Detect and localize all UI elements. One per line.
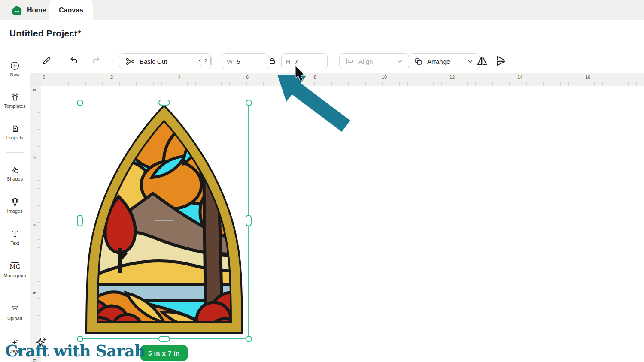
ruler-number: 8: [314, 75, 316, 80]
lock-aspect-button[interactable]: [267, 53, 277, 69]
selection-handle-bottom-right[interactable]: [246, 336, 252, 342]
selection-handle-middle-right[interactable]: [246, 215, 252, 226]
chevron-down-icon: [466, 57, 474, 65]
width-input[interactable]: [237, 58, 263, 65]
sidebar-item-text[interactable]: T Text: [0, 229, 30, 246]
sparkles-icon: [10, 337, 20, 347]
width-field-label: W: [227, 58, 233, 65]
top-bar: Home Canvas: [0, 0, 644, 20]
sidebar-item-label: Templates: [4, 103, 25, 109]
sidebar-item-label: Projects: [6, 135, 24, 140]
ruler-number: 6: [32, 290, 38, 296]
canvas-object-stained-glass-window[interactable]: [80, 103, 249, 339]
selection-handle-top-right[interactable]: [246, 100, 252, 106]
sidebar-divider: [6, 152, 24, 153]
height-field-label: H: [286, 58, 291, 65]
arrange-dropdown[interactable]: Arrange: [408, 53, 480, 69]
operation-type-label: Basic Cut: [140, 58, 193, 65]
redo-icon: [91, 56, 101, 66]
vertical-ruler-ticks: [37, 86, 40, 362]
flip-vertical-button[interactable]: [493, 53, 509, 69]
sidebar-item-label: Create: [8, 349, 22, 354]
ruler-number: 8: [32, 357, 38, 362]
width-field[interactable]: W: [222, 53, 268, 69]
size-badge: 5 in x 7 in: [140, 345, 188, 361]
project-card-icon: [10, 124, 20, 134]
tab-home[interactable]: Home: [6, 0, 51, 20]
edit-pencil-button[interactable]: [39, 53, 54, 69]
sidebar-item-projects[interactable]: Projects: [0, 124, 30, 140]
ruler-number: 14: [517, 75, 522, 80]
operation-type-dropdown[interactable]: Basic Cut: [119, 53, 212, 69]
ruler-number: 2: [32, 154, 38, 160]
ruler-number: 4: [32, 222, 38, 228]
toolbar-divider: [60, 55, 60, 67]
tab-canvas[interactable]: Canvas: [49, 0, 93, 20]
ruler-number: 10: [382, 75, 387, 80]
toolbar-divider: [111, 55, 111, 67]
selection-handle-bottom-middle[interactable]: [158, 336, 170, 342]
align-label: Align: [358, 58, 392, 65]
horizontal-ruler: 0 2 4 6 8 10 12 14 16: [41, 73, 644, 86]
pencil-icon: [41, 56, 52, 66]
size-badge-label: 5 in x 7 in: [148, 350, 180, 357]
align-dropdown[interactable]: Align: [339, 53, 410, 69]
horizontal-ruler-ticks: [41, 82, 644, 85]
vertical-ruler: 0 2 4 6 8: [30, 86, 41, 362]
svg-text:MG: MG: [9, 263, 21, 270]
flip-vertical-icon: [495, 55, 507, 67]
chevron-down-icon: [396, 57, 404, 65]
sidebar-item-label: New: [10, 72, 19, 77]
ruler-number: 0: [43, 75, 45, 80]
sidebar-item-create[interactable]: Create: [0, 337, 30, 354]
height-field[interactable]: H: [281, 53, 328, 69]
sidebar-divider: [6, 289, 24, 289]
selection-handle-top-middle[interactable]: [158, 100, 170, 106]
ruler-number: 2: [110, 75, 113, 80]
selection-handle-top-left[interactable]: [77, 100, 83, 106]
undo-icon: [69, 56, 79, 66]
flip-horizontal-button[interactable]: [474, 53, 490, 69]
ruler-number: 4: [178, 75, 181, 80]
sidebar-item-label: Monogram: [3, 273, 26, 278]
upload-icon: [10, 304, 20, 314]
toolbar-divider: [218, 55, 218, 67]
svg-text:T: T: [12, 229, 17, 238]
selection-handle-bottom-left[interactable]: [77, 336, 83, 342]
sidebar-item-monogram[interactable]: MG Monogram: [0, 260, 30, 278]
redo-button[interactable]: [88, 53, 103, 69]
page-title: Untitled Project*: [9, 28, 81, 39]
home-tab-label: Home: [27, 6, 46, 14]
ruler-number: 0: [32, 87, 38, 93]
height-input[interactable]: [295, 58, 321, 65]
monogram-icon: MG: [9, 260, 21, 272]
align-left-icon: [345, 57, 354, 66]
sidebar-item-upload[interactable]: Upload: [0, 304, 30, 321]
sidebar-item-shapes[interactable]: Shapes: [0, 165, 30, 181]
selection-handle-middle-left[interactable]: [77, 215, 83, 226]
stained-glass-artwork: [80, 103, 249, 339]
undo-button[interactable]: [67, 53, 82, 69]
scissors-icon: [125, 57, 135, 66]
sidebar-item-templates[interactable]: Templates: [0, 92, 30, 109]
toolbar: Basic Cut ? W H: [30, 48, 644, 74]
text-icon: T: [10, 229, 20, 239]
sidebar-item-images[interactable]: Images: [0, 197, 30, 214]
left-sidebar: New Templates Projects Shapes: [0, 48, 30, 362]
ruler-number: 16: [585, 75, 590, 80]
toolbar-divider: [333, 55, 333, 67]
canvas-tab-label: Canvas: [59, 6, 83, 14]
sidebar-item-new[interactable]: New: [0, 61, 30, 77]
sidebar-item-label: Images: [7, 208, 22, 214]
flip-horizontal-icon: [476, 55, 488, 67]
plus-circle-icon: [10, 61, 20, 71]
help-button[interactable]: ?: [200, 56, 211, 66]
app-window: Home Canvas Untitled Project*: [0, 0, 644, 362]
tshirt-icon: [10, 92, 20, 102]
sidebar-item-label: Shapes: [7, 176, 23, 181]
ruler-number: 6: [246, 75, 249, 80]
arrange-label: Arrange: [427, 58, 462, 65]
arrange-layers-icon: [414, 57, 423, 66]
shapes-icon: [10, 165, 20, 175]
lock-icon: [268, 57, 276, 65]
